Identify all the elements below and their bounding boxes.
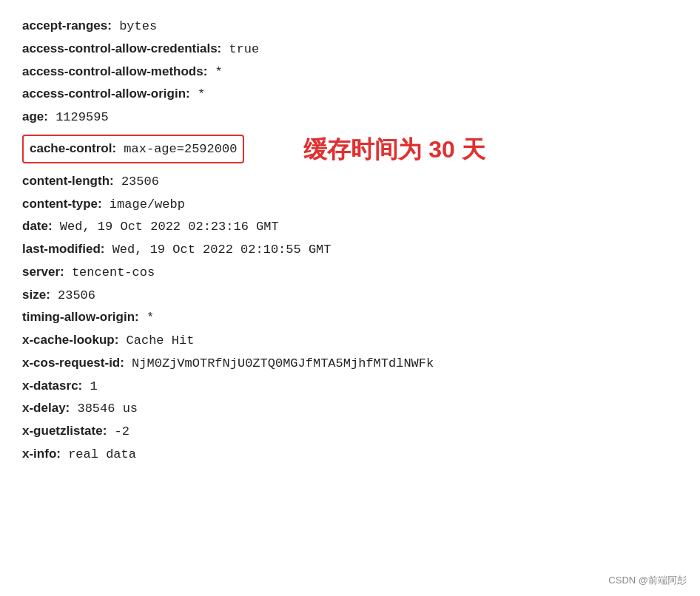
entry-key: x-delay: — [22, 401, 70, 415]
entry-value: real data — [61, 447, 136, 461]
entry-value: NjM0ZjVmOTRfNjU0ZTQ0MGJfMTA5MjhfMTdlNWFk — [124, 356, 434, 370]
http-entry-x-cos-request-id: x-cos-request-id: NjM0ZjVmOTRfNjU0ZTQ0MG… — [22, 352, 678, 375]
http-entry-x-cache-lookup: x-cache-lookup: Cache Hit — [22, 329, 678, 352]
http-entry-x-datasrc: x-datasrc: 1 — [22, 375, 678, 398]
http-entry-timing-allow-origin: timing-allow-origin: * — [22, 306, 678, 329]
entry-value: -2 — [107, 424, 129, 438]
http-entry-x-info: x-info: real data — [22, 443, 678, 466]
entry-key: content-type: — [22, 197, 102, 211]
entry-value: 23506 — [50, 288, 95, 302]
entry-key: cache-control: — [30, 141, 116, 155]
entry-value: Wed, 19 Oct 2022 02:23:16 GMT — [53, 220, 279, 234]
http-entry-content-length: content-length: 23506 — [22, 170, 678, 193]
entry-key: x-cos-request-id: — [22, 356, 124, 370]
entry-key: x-guetzlistate: — [22, 424, 107, 438]
entry-value: image/webp — [102, 197, 185, 211]
annotation-text: 缓存时间为 30 天 — [303, 136, 485, 163]
http-entries: accept-ranges: bytesaccess-control-allow… — [22, 15, 678, 466]
entry-value: Cache Hit — [118, 333, 194, 348]
entry-key: access-control-allow-origin: — [22, 87, 190, 101]
entry-key: access-control-allow-methods: — [22, 64, 207, 78]
entry-key: x-cache-lookup: — [22, 333, 118, 347]
entry-key: access-control-allow-credentials: — [22, 41, 221, 55]
footer-credit: CSDN @前端阿彭 — [608, 574, 687, 587]
entry-key: timing-allow-origin: — [22, 310, 139, 324]
http-entry-last-modified: last-modified: Wed, 19 Oct 2022 02:10:55… — [22, 238, 678, 261]
entry-value: 1129595 — [48, 110, 109, 124]
http-entry-access-control-allow-methods: access-control-allow-methods: * — [22, 61, 678, 84]
http-entry-server: server: tencent-cos — [22, 261, 678, 284]
entry-value: * — [190, 87, 205, 101]
entry-key: content-length: — [22, 174, 114, 188]
entry-value: 1 — [82, 379, 97, 393]
highlighted-cache-control: cache-control: max-age=2592000 — [22, 135, 244, 163]
entry-key: age: — [22, 109, 48, 123]
entry-key: accept-ranges: — [22, 18, 112, 33]
http-entry-x-guetzlistate: x-guetzlistate: -2 — [22, 420, 678, 443]
entry-value: true — [221, 42, 259, 56]
entry-key: date: — [22, 219, 53, 233]
entry-key: size: — [22, 288, 50, 302]
content-area: accept-ranges: bytesaccess-control-allow… — [22, 15, 678, 466]
entry-value: tencent-cos — [64, 265, 155, 280]
entry-value: * — [139, 311, 154, 325]
http-entry-content-type: content-type: image/webp — [22, 193, 678, 216]
http-entry-x-delay: x-delay: 38546 us — [22, 397, 678, 420]
cache-annotation: 缓存时间为 30 天 — [303, 129, 485, 170]
entry-key: server: — [22, 265, 64, 279]
http-entry-date: date: Wed, 19 Oct 2022 02:23:16 GMT — [22, 215, 678, 238]
entry-key: x-info: — [22, 447, 61, 461]
http-entry-access-control-allow-credentials: access-control-allow-credentials: true — [22, 38, 678, 61]
http-entry-access-control-allow-origin: access-control-allow-origin: * — [22, 83, 678, 106]
entry-key: last-modified: — [22, 242, 104, 256]
entry-key: x-datasrc: — [22, 379, 82, 393]
http-entry-age: age: 1129595 — [22, 106, 678, 129]
entry-value: 23506 — [114, 175, 159, 189]
http-entry-accept-ranges: accept-ranges: bytes — [22, 15, 678, 38]
http-entry-cache-control: cache-control: max-age=2592000缓存时间为 30 天 — [22, 129, 678, 170]
entry-value: bytes — [112, 19, 157, 33]
entry-value: Wed, 19 Oct 2022 02:10:55 GMT — [104, 243, 331, 257]
http-entry-size: size: 23506 — [22, 284, 678, 307]
entry-value: * — [207, 65, 222, 79]
entry-value: 38546 us — [70, 402, 138, 416]
entry-value: max-age=2592000 — [116, 142, 237, 156]
